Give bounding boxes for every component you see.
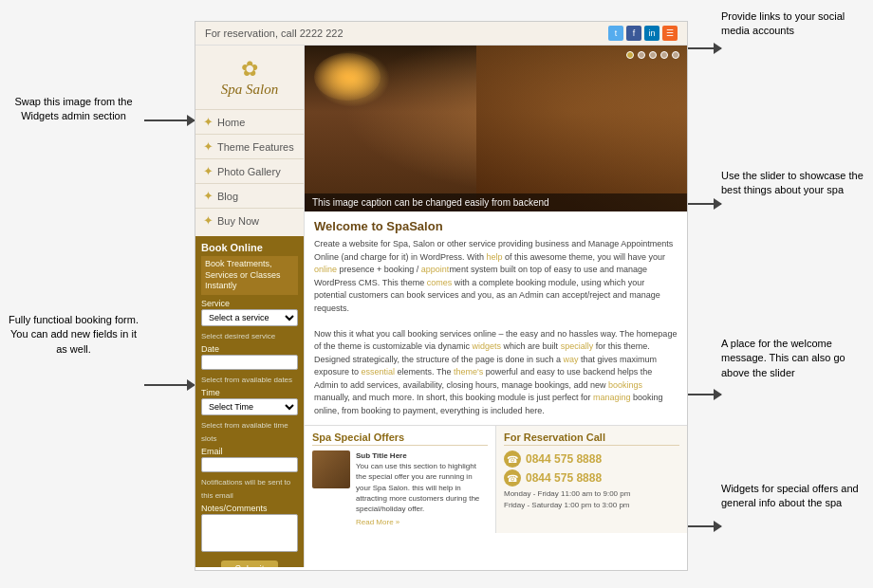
time-label: Time [201, 388, 298, 397]
phone-icon-1: ☎ [504, 450, 521, 468]
hero-image-overlay [476, 46, 687, 211]
service-label: Service [201, 299, 298, 308]
facebook-icon[interactable]: f [626, 26, 641, 41]
dot-1[interactable] [626, 51, 634, 59]
rss-icon[interactable]: ☰ [662, 26, 678, 41]
read-more-link[interactable]: Read More » [356, 517, 488, 527]
widget-reservation: For Reservation Call ☎ 0844 575 8888 ☎ 0… [496, 426, 687, 533]
time-field: Time Select Time Select from available t… [201, 388, 298, 444]
phone-number-1: 0844 575 8888 [526, 452, 602, 466]
nav-item-gallery[interactable]: ✦ Photo Gallery [195, 158, 304, 183]
reservation-phone-2: ☎ 0844 575 8888 [504, 469, 679, 487]
email-note: Notifications will be sent to this email [201, 478, 290, 500]
annotation-right-widgets: Widgets for special offers and general i… [721, 482, 868, 511]
slider-dots [626, 51, 679, 59]
social-icons: t f in ☰ [608, 26, 678, 41]
welcome-text: Create a website for Spa, Salon or other… [314, 238, 678, 417]
dot-5[interactable] [672, 51, 679, 59]
date-field: Date Select from available dates [201, 344, 298, 385]
linkedin-icon[interactable]: in [644, 26, 659, 41]
notes-label: Notes/Comments [201, 504, 298, 513]
top-bar: For reservation, call 2222 222 t f in ☰ [195, 22, 687, 46]
offer-sub-title: Sub Title Here [356, 451, 407, 460]
service-note: Select desired service [201, 332, 275, 340]
date-label: Date [201, 344, 298, 354]
nav-bullet-icon: ✦ [203, 164, 214, 178]
annotation-left-booking: Fully functioal booking form. You can ad… [5, 313, 142, 357]
twitter-icon[interactable]: t [608, 26, 623, 41]
phone-icon-2: ☎ [504, 469, 521, 487]
hero-candle-light [314, 53, 381, 101]
nav-label: Theme Features [217, 141, 294, 153]
nav-label: Blog [217, 191, 238, 202]
logo-area: ✿ Spa Salon [195, 46, 304, 109]
nav-label: Buy Now [217, 215, 259, 227]
site-body: ✿ Spa Salon ✦ Home ✦ Theme Features [195, 46, 687, 567]
annotation-right-slider: Use the slider to showcase the best thin… [721, 169, 868, 198]
booking-form: Book Online Book Treatments, Services or… [195, 236, 304, 567]
logo-flower-icon: ✿ [203, 57, 296, 82]
nav-item-home[interactable]: ✦ Home [195, 109, 304, 134]
dot-2[interactable] [638, 51, 645, 59]
arrow-booking-form [144, 384, 195, 386]
nav-bullet-icon: ✦ [203, 115, 214, 129]
date-note: Select from available dates [201, 376, 292, 384]
offer-thumbnail [312, 450, 350, 488]
offer-description: You can use this section to highlight th… [356, 462, 479, 513]
nav-item-theme[interactable]: ✦ Theme Features [195, 134, 304, 158]
widget-offers: Spa Special Offers Sub Title Here You ca… [305, 426, 496, 533]
nav-label: Photo Gallery [217, 166, 281, 177]
offer-content: Sub Title Here You can use this section … [312, 450, 488, 527]
reservation-phone-1: ☎ 0844 575 8888 [504, 450, 679, 468]
hero-caption: This image caption can be changed easily… [305, 193, 687, 211]
submit-button[interactable]: Submit [221, 560, 278, 567]
main-content: This image caption can be changed easily… [305, 46, 687, 567]
nav-item-blog[interactable]: ✦ Blog [195, 183, 304, 208]
service-field: Service Select a service Select desired … [201, 299, 298, 341]
nav-item-buy[interactable]: ✦ Buy Now [195, 208, 304, 232]
booking-title: Book Online [201, 242, 298, 253]
date-input[interactable] [201, 355, 298, 370]
email-field: Email Notifications will be sent to this… [201, 447, 298, 501]
service-select[interactable]: Select a service [201, 309, 298, 326]
hours-text: Monday - Friday 11:00 am to 9:00 pm Frid… [504, 488, 679, 511]
reservation-title: For Reservation Call [504, 432, 679, 446]
email-label: Email [201, 447, 298, 456]
nav-label: Home [217, 117, 245, 128]
offers-title: Spa Special Offers [312, 432, 488, 446]
time-note: Select from available time slots [201, 421, 288, 443]
dot-4[interactable] [660, 51, 668, 59]
nav-bullet-icon: ✦ [203, 213, 214, 228]
website-preview: For reservation, call 2222 222 t f in ☰ … [195, 21, 688, 571]
offer-text: Sub Title Here You can use this section … [356, 450, 488, 527]
email-input[interactable] [201, 457, 298, 472]
annotation-right-social: Provide links to your social media accou… [721, 9, 868, 39]
logo-text: Spa Salon [203, 82, 296, 98]
sidebar: ✿ Spa Salon ✦ Home ✦ Theme Features [195, 46, 305, 567]
reservation-text: For reservation, call 2222 222 [205, 28, 344, 39]
dot-3[interactable] [649, 51, 657, 59]
annotation-left-swap: Swap this image from the Widgets admin s… [5, 95, 142, 124]
booking-subtitle: Book Treatments, Services or Classes Ins… [201, 256, 298, 295]
welcome-section: Welcome to SpaSalon Create a website for… [305, 211, 687, 425]
annotation-right-welcome: A place for the welcome message. This ca… [721, 337, 868, 380]
bottom-widgets: Spa Special Offers Sub Title Here You ca… [305, 425, 687, 533]
nav-bullet-icon: ✦ [203, 189, 214, 203]
nav-menu: ✦ Home ✦ Theme Features ✦ Photo Gallery [195, 109, 304, 232]
phone-number-2: 0844 575 8888 [526, 471, 602, 485]
time-select[interactable]: Select Time [201, 398, 298, 415]
arrow-swap-image [144, 119, 195, 121]
nav-bullet-icon: ✦ [203, 139, 214, 154]
hero-slider: This image caption can be changed easily… [305, 46, 687, 211]
notes-field: Notes/Comments [201, 504, 298, 558]
notes-textarea[interactable] [201, 514, 298, 552]
welcome-title: Welcome to SpaSalon [314, 219, 678, 233]
